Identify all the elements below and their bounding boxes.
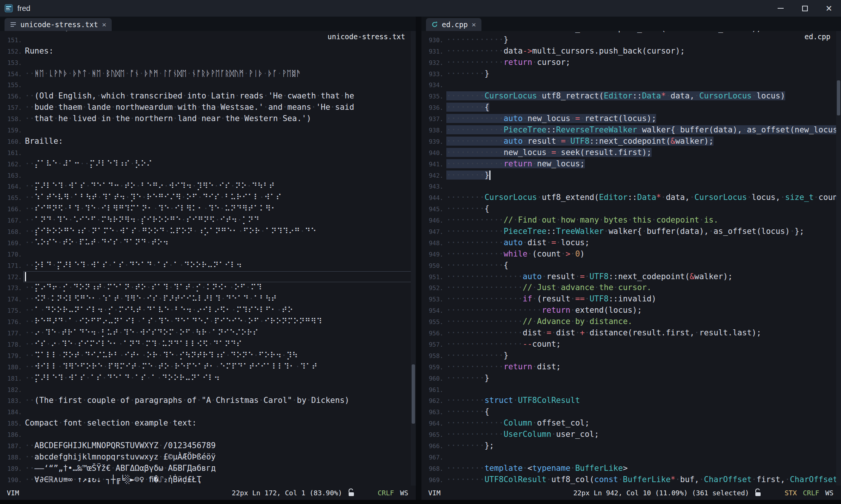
code-line[interactable]: 156.··(Old·English,·which·transcribed·in…: [0, 91, 416, 102]
code-line[interactable]: 937.············auto·new_locus·=·retract…: [421, 113, 841, 124]
code-line[interactable]: 932.············return·cursor;: [421, 57, 841, 68]
code-line[interactable]: 945.········{: [421, 203, 841, 215]
scrollbar-right[interactable]: [836, 31, 841, 486]
code-line[interactable]: 929.················data->multi_cursors.…: [421, 31, 841, 34]
eol-flag-crlf[interactable]: CRLF: [378, 489, 394, 497]
code-line[interactable]: 188.··abcdefghijklmnopqrstuvwxyz·£©µÀÆÖÞ…: [0, 452, 416, 463]
code-line[interactable]: 948.············auto·dist·=·locus;: [421, 237, 841, 249]
code-line[interactable]: 954.····················return·extend(lo…: [421, 305, 841, 316]
code-line[interactable]: 941.············return·new_locus;: [421, 158, 841, 170]
code-line[interactable]: 967.: [421, 452, 841, 463]
code-line[interactable]: 935.········CursorLocus·utf8_retract(Edi…: [421, 91, 841, 102]
code-line[interactable]: 165.··⠱⠁⠞⠑⠧⠻·⠁⠃⠳⠞·⠹⠁⠞⠲·⡹⠑·⠗⠑⠛⠊⠌⠻·⠕⠋·⠙⠊⠎·…: [0, 192, 416, 203]
code-line[interactable]: 933.········}: [421, 68, 841, 80]
code-line[interactable]: 175.··⠁·⠙⠕⠕⠗⠤⠝⠁⠊⠇⠲·⡊·⠍⠊⠣⠞·⠙⠁⠧⠑·⠃⠑⠲·⠔⠊⠇⠔⠫…: [0, 305, 416, 316]
code-line[interactable]: 953.················if·(result·==·UTF8::…: [421, 293, 841, 305]
close-button[interactable]: ×: [817, 0, 841, 17]
editor-right[interactable]: 929.················data->multi_cursors.…: [421, 31, 841, 486]
code-line[interactable]: 189.··–—‘“”„†•…‰™œŠŸž€·ΑΒΓΔΩαβγδω·АБВГДа…: [0, 463, 416, 474]
eol-flag-stx[interactable]: STX: [784, 489, 797, 497]
code-line[interactable]: 178.··⠊⠎·⠔·⠹⠑·⠎⠊⠍⠊⠇⠑⠂·⠁⠝⠙·⠍⠹·⠥⠝⠙⠁⠇⠇⠪⠫·⠙⠁…: [0, 339, 416, 350]
code-line[interactable]: 949.············while·(count·>·0): [421, 249, 841, 260]
minimize-button[interactable]: [769, 0, 793, 17]
code-line[interactable]: 184.: [0, 406, 416, 418]
code-line[interactable]: 171.··⡕⠇⠙·⡍⠜⠇⠑⠹·⠺⠁⠎·⠁⠎·⠙⠑⠁⠙·⠁⠎·⠁·⠙⠕⠕⠗⠤⠝⠁…: [0, 260, 416, 271]
code-line[interactable]: 952.················//·Just·advance·the·…: [421, 282, 841, 293]
code-line[interactable]: 153.: [0, 57, 416, 68]
code-line[interactable]: 956.················dist·=·dist·+·distan…: [421, 327, 841, 339]
tab-close-icon[interactable]: ×: [102, 20, 106, 29]
tab-close-icon[interactable]: ×: [472, 20, 476, 29]
code-line[interactable]: 182.: [0, 384, 416, 395]
code-line[interactable]: 157.··bude·thaem·lande·northweardum·with…: [0, 102, 416, 113]
code-line[interactable]: 964.············Column·offset_col;: [421, 418, 841, 429]
lock-icon[interactable]: [754, 489, 762, 497]
code-line[interactable]: 931.············data->multi_cursors.push…: [421, 46, 841, 57]
code-line[interactable]: 955.················//·Advance·by·distan…: [421, 316, 841, 327]
tab-unicode-stress[interactable]: unicode-stress.txt ×: [5, 18, 112, 31]
code-line[interactable]: 944.········CursorLocus·utf8_extend(Edit…: [421, 192, 841, 203]
code-line[interactable]: 163.: [0, 170, 416, 181]
code-line[interactable]: 959.············return·dist;: [421, 361, 841, 373]
scrollbar-thumb-left[interactable]: [412, 364, 415, 424]
code-line[interactable]: 185.Compact·font·selection·example·text:: [0, 418, 416, 429]
code-line[interactable]: 939.············auto·result·=·UTF8::next…: [421, 136, 841, 147]
title-bar[interactable]: fred ×: [0, 0, 841, 17]
eol-flag-crlf[interactable]: CRLF: [803, 489, 819, 497]
editor-left[interactable]: 150.··ሰማይ·አይታረስ·ንጉሥ·አይከሰስ።151.152.Runes:…: [0, 31, 416, 486]
code-line[interactable]: 946.············//·Find·out·how·many·byt…: [421, 215, 841, 226]
code-line[interactable]: 172.: [0, 271, 416, 283]
code-line[interactable]: 168.··⡎⠊⠗⠕⠕⠛⠑⠰⠎·⠝⠁⠍⠑·⠺⠁⠎·⠛⠕⠕⠙·⠥⠏⠕⠝·⠰⡡⠁⠝⠛…: [0, 226, 416, 237]
code-line[interactable]: 940.············new_locus·=·seek(result.…: [421, 147, 841, 158]
eol-flag-ws[interactable]: WS: [400, 489, 408, 497]
code-line[interactable]: 170.: [0, 249, 416, 260]
code-line[interactable]: 164.··⡍⠜⠇⠑⠹·⠺⠁⠎·⠙⠑⠁⠙⠒·⠞⠕·⠃⠑⠛⠔·⠺⠊⠹⠲·⡹⠻⠑·⠊…: [0, 181, 416, 192]
code-line[interactable]: 154.··ᚻᛖ·ᚳᚹᚫᚦ·ᚦᚫᛏ·ᚻᛖ·ᛒᚢᛞᛖ·ᚩᚾ·ᚦᚫᛗ·ᛚᚪᚾᛞᛖ·ᚾ…: [0, 68, 416, 80]
maximize-button[interactable]: [793, 0, 817, 17]
code-line[interactable]: 177.··⠔·⠹⠑·⠞⠗⠁⠙⠑⠲·⡃⠥⠞·⠹⠑·⠺⠊⠎⠙⠕⠍·⠕⠋·⠳⠗·⠁⠝…: [0, 327, 416, 339]
code-line[interactable]: 169.··⠡⠕⠎⠑·⠞⠕·⠏⠥⠞·⠙⠊⠎·⠙⠁⠝⠙·⠞⠕⠲: [0, 237, 416, 249]
code-line[interactable]: 930.············}: [421, 34, 841, 46]
code-line[interactable]: 957.················--count;: [421, 339, 841, 350]
code-line[interactable]: 966.········};: [421, 440, 841, 452]
code-line[interactable]: 961.: [421, 384, 841, 395]
code-line[interactable]: 960.········}: [421, 373, 841, 384]
code-line[interactable]: 162.··⡌⠁⠧⠑·⠼⠁⠒··⡍⠜⠇⠑⠹⠰⠎·⡣⠕⠌: [0, 158, 416, 170]
scrollbar-thumb-right[interactable]: [837, 80, 840, 115]
code-line[interactable]: 155.: [0, 79, 416, 91]
eol-flag-ws[interactable]: WS: [825, 489, 833, 497]
code-line[interactable]: 159.: [0, 124, 416, 136]
code-line[interactable]: 943.: [421, 181, 841, 192]
code-line[interactable]: 174.··⠪⠝·⠅⠝⠪⠇⠫⠛⠑⠂·⠱⠁⠞·⠹⠻⠑·⠊⠎·⠏⠜⠞⠊⠊⠥⠇⠜⠇⠹·…: [0, 293, 416, 305]
lock-icon[interactable]: [347, 489, 355, 497]
code-line[interactable]: 947.············PieceTree::TreeWalker·wa…: [421, 226, 841, 237]
code-line[interactable]: 180.··⠺⠊⠇⠇·⠹⠻⠑⠋⠕⠗⠑·⠏⠻⠍⠊⠞·⠍⠑·⠞⠕·⠗⠑⠏⠑⠁⠞⠂·⠑…: [0, 361, 416, 373]
code-line[interactable]: 166.··⠎⠊⠛⠝⠫·⠃⠹·⠹⠑·⠊⠇⠻⠛⠹⠍⠁⠝⠂·⠹⠑·⠊⠇⠻⠅⠂·⠹⠑·…: [0, 203, 416, 215]
code-line[interactable]: 962.········struct·UTF8ColResult: [421, 395, 841, 406]
code-line[interactable]: 167.··⠁⠝⠙·⠹⠑·⠡⠊⠑⠋·⠍⠳⠗⠝⠻⠲·⡎⠊⠗⠕⠕⠛⠑·⠎⠊⠛⠝⠫·⠊…: [0, 215, 416, 226]
code-line[interactable]: 968.········template·<typename·BufferLik…: [421, 463, 841, 474]
code-line[interactable]: 969.········UTF8ColResult·utf8_col(const…: [421, 474, 841, 486]
code-line[interactable]: 186.: [0, 429, 416, 440]
code-line[interactable]: 958.············}: [421, 350, 841, 361]
tab-ed-cpp[interactable]: ed.cpp ×: [426, 18, 481, 31]
code-line[interactable]: 152.Runes:: [0, 46, 416, 57]
code-line[interactable]: 176.··⠗⠑⠛⠜⠙·⠁·⠊⠕⠋⠋⠔⠤⠝⠁⠊⠇·⠁⠎·⠹⠑·⠙⠑⠁⠙⠑⠌·⠏⠊…: [0, 316, 416, 327]
code-line[interactable]: 160.Braille:: [0, 136, 416, 147]
code-line[interactable]: 950.············{: [421, 260, 841, 271]
scrollbar-left[interactable]: [411, 31, 416, 486]
code-line[interactable]: 161.: [0, 147, 416, 158]
code-line[interactable]: 179.··⠩⠁⠇⠇·⠝⠕⠞·⠙⠊⠌⠥⠗⠃·⠊⠞⠂·⠕⠗·⠹⠑·⡊⠳⠝⠞⠗⠹⠰⠎…: [0, 350, 416, 361]
code-line[interactable]: 942.········}: [421, 170, 841, 181]
code-line[interactable]: 187.··ABCDEFGHIJKLMNOPQRSTUVWXYZ·/012345…: [0, 440, 416, 452]
code-line[interactable]: 173.··⡍⠔⠙⠖·⡊·⠙⠕⠝⠰⠞·⠍⠑⠁⠝·⠞⠕·⠎⠁⠹·⠹⠁⠞·⡊·⠅⠝⠪…: [0, 282, 416, 293]
code-line[interactable]: 951.················auto·result·=·UTF8::…: [421, 271, 841, 283]
code-line[interactable]: 936.········{: [421, 102, 841, 113]
code-line[interactable]: 181.··⡍⠜⠇⠑⠹·⠺⠁⠎·⠁⠎·⠙⠑⠁⠙·⠁⠎·⠁·⠙⠕⠕⠗⠤⠝⠁⠊⠇⠲: [0, 373, 416, 384]
code-line[interactable]: 934.: [421, 79, 841, 91]
code-line[interactable]: 183.··(The·first·couple·of·paragraphs·of…: [0, 395, 416, 406]
code-line[interactable]: 158.··that·he·lived·in·the·northern·land…: [0, 113, 416, 124]
code-line[interactable]: 963.········{: [421, 406, 841, 418]
code-line[interactable]: 965.············UserColumn·user_col;: [421, 429, 841, 440]
code-line[interactable]: 938.············PieceTree::ReverseTreeWa…: [421, 124, 841, 136]
